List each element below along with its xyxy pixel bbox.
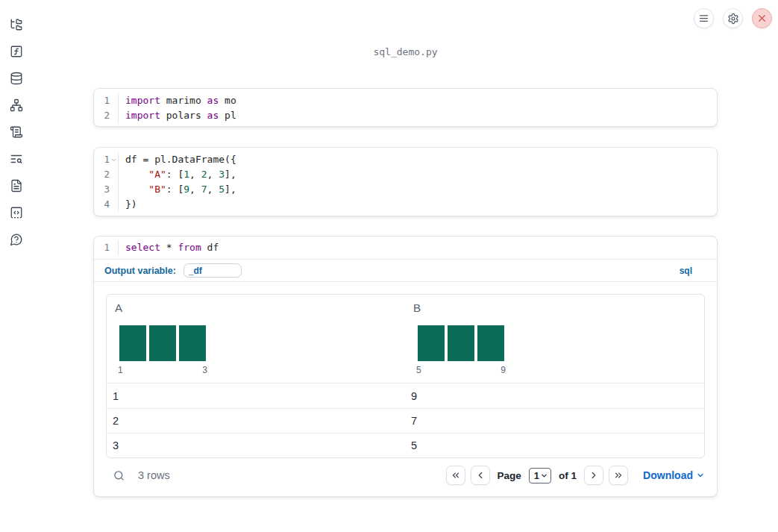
code-token: import [125, 110, 160, 121]
chevron-down-icon [540, 472, 548, 480]
chevron-left-icon [475, 470, 486, 481]
histogram-b [418, 325, 504, 361]
first-page-button[interactable] [446, 466, 465, 485]
line-number: 2 [104, 108, 110, 123]
code-token: as [207, 110, 219, 121]
code-token: df [201, 242, 219, 253]
histogram-min-label: 1 [118, 365, 123, 375]
code-cell-dataframe[interactable]: 1 df = pl.DataFrame({ 2 "A": [1, 2, 3], … [93, 147, 718, 216]
next-page-button[interactable] [584, 466, 603, 485]
code-token: as [207, 95, 219, 106]
histogram-bar [418, 325, 445, 361]
file-explorer-icon[interactable] [10, 18, 23, 31]
code-token: 7 [201, 184, 207, 195]
code-token: "B" [148, 184, 166, 195]
code-token: import [125, 95, 160, 106]
download-button[interactable]: Download [643, 469, 705, 481]
code-token: ], [225, 169, 236, 180]
column-name[interactable]: A [115, 301, 405, 314]
code-token: 3 [219, 169, 225, 180]
code-token: df = pl.DataFrame({ [125, 154, 236, 165]
code-token: , [189, 169, 201, 180]
code-token: "A" [148, 169, 166, 180]
code-text: import marimo as mo [119, 93, 236, 108]
code-line: 4 }) [94, 197, 717, 212]
help-icon[interactable] [10, 233, 23, 246]
table-header-row: A 1 3 B [107, 295, 704, 384]
prev-page-button[interactable] [471, 466, 490, 485]
line-number: 1 [104, 240, 110, 255]
table-cell: 3 [107, 439, 405, 451]
code-text: df = pl.DataFrame({ [119, 152, 236, 167]
line-number: 4 [104, 197, 110, 212]
code-line: 2 import polars as pl [94, 108, 717, 123]
chevron-right-icon [589, 470, 599, 481]
code-token: 5 [219, 184, 225, 195]
code-token [125, 184, 148, 195]
table-cell: 7 [405, 415, 704, 427]
code-token: pl [219, 110, 236, 121]
code-text: "A": [1, 2, 3], [119, 167, 236, 182]
dependency-graph-icon[interactable] [10, 98, 23, 112]
page-select-value: 1 [534, 470, 539, 481]
code-text: import polars as pl [119, 108, 236, 123]
code-token: marimo [160, 95, 207, 106]
notebook-filename: sql_demo.py [93, 46, 718, 57]
sidebar [0, 0, 33, 532]
table-row: 1 9 [107, 384, 704, 408]
code-token: , [189, 184, 201, 195]
search-icon[interactable] [113, 469, 125, 482]
code-token: , [207, 169, 219, 180]
line-number: 3 [104, 182, 110, 197]
code-cell-imports[interactable]: 1 import marimo as mo 2 import polars as… [93, 88, 718, 127]
output-variable-row: Output variable: sql [94, 260, 717, 282]
close-icon [756, 13, 768, 24]
code-token [125, 169, 148, 180]
code-token: mo [219, 95, 236, 106]
code-token: * [160, 242, 178, 253]
histogram-bar [448, 325, 474, 361]
row-count: 3 rows [138, 469, 170, 481]
code-token: 1 [183, 169, 189, 180]
code-token: ], [225, 184, 236, 195]
shutdown-button[interactable] [752, 8, 772, 28]
table-cell: 5 [405, 439, 704, 451]
code-text: }) [119, 197, 137, 212]
code-token: }) [125, 198, 137, 210]
fold-chevron-icon[interactable] [110, 152, 118, 167]
histogram-max-label: 3 [202, 365, 207, 375]
variables-icon[interactable] [10, 45, 23, 58]
chevrons-right-icon [613, 470, 624, 481]
histogram-bar [477, 325, 504, 361]
code-line: 3 "B": [9, 7, 5], [94, 182, 717, 197]
settings-button[interactable] [723, 8, 743, 28]
last-page-button[interactable] [609, 466, 628, 485]
line-number: 1 [104, 93, 110, 108]
code-token: , [207, 184, 219, 195]
gear-icon [727, 13, 739, 25]
snippets-icon[interactable] [10, 206, 23, 219]
sql-editor[interactable]: 1 select * from df [94, 237, 717, 260]
histogram-bar [119, 325, 146, 361]
logs-icon[interactable] [10, 125, 23, 139]
histogram-bar [179, 325, 206, 361]
code-line: 1 df = pl.DataFrame({ [94, 152, 717, 167]
documentation-icon[interactable] [10, 179, 23, 193]
code-line: 2 "A": [1, 2, 3], [94, 167, 717, 182]
outline-search-icon[interactable] [10, 152, 23, 166]
table-cell: 9 [405, 390, 704, 402]
column-header-b: B 5 9 [405, 295, 704, 383]
language-badge: sql [680, 266, 692, 276]
chevrons-left-icon [451, 470, 461, 481]
code-line: 1 import marimo as mo [94, 93, 717, 108]
page-select[interactable]: 1 [529, 468, 551, 484]
output-variable-input[interactable] [183, 263, 242, 278]
table-row: 2 7 [107, 408, 704, 433]
code-token: polars [160, 110, 207, 121]
line-number: 2 [104, 167, 110, 182]
code-token: 2 [201, 169, 207, 180]
datasources-icon[interactable] [10, 72, 23, 85]
column-name[interactable]: B [413, 301, 704, 314]
table-row: 3 5 [107, 433, 704, 457]
line-number: 1 [104, 152, 110, 167]
